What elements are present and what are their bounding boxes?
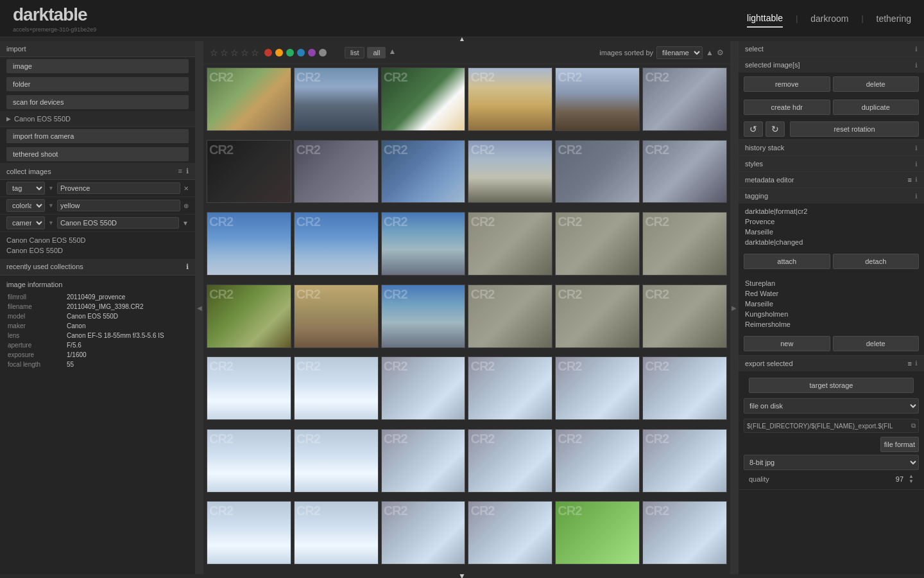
tag-item-2[interactable]: Marseille [745,227,918,237]
image-grid-cell-25[interactable]: CR2 [294,356,379,420]
image-grid-cell-33[interactable]: CR2 [468,429,552,493]
view-all-button[interactable]: all [367,47,386,58]
export-path-copy-icon[interactable]: ⧉ [911,422,916,430]
image-grid-cell-8[interactable]: CR2 [381,140,466,204]
image-grid-cell-9[interactable]: CR2 [468,140,552,204]
image-grid-cell-6[interactable]: CR2 [207,140,291,204]
color-dot-red[interactable] [264,49,272,57]
left-panel-handle[interactable]: ◀ [196,41,203,574]
sort-select[interactable]: filename [656,46,703,59]
reset-rotation-button[interactable]: reset rotation [790,121,919,137]
collect-tag-input[interactable] [57,182,180,194]
nav-tethering[interactable]: tethering [877,10,911,27]
recently-used-header[interactable]: recently used collections ℹ [0,259,195,276]
image-grid-cell-17[interactable]: CR2 [642,212,727,276]
duplicate-button[interactable]: duplicate [833,100,920,115]
image-grid-cell-27[interactable]: CR2 [468,356,552,420]
scan-devices-button[interactable]: scan for devices [6,95,189,109]
image-grid-cell-41[interactable]: CR2 [642,501,727,565]
image-grid-cell-32[interactable]: CR2 [381,429,466,493]
image-grid-cell-3[interactable]: CR2 [468,67,552,131]
create-hdr-button[interactable]: create hdr [744,100,830,115]
right-panel-handle[interactable]: ▶ [730,41,738,574]
remove-button[interactable]: remove [744,76,830,92]
image-grid-cell-29[interactable]: CR2 [642,356,727,420]
image-grid-cell-12[interactable]: CR2 [207,212,291,276]
image-grid-cell-36[interactable]: CR2 [207,501,291,565]
suggestion-0[interactable]: Stureplan [745,278,918,288]
collect-images-header[interactable]: collect images ≡ ℹ [0,163,195,180]
star-3[interactable]: ☆ [230,48,239,58]
camera-list-item-2[interactable]: Canon EOS 550D [6,245,189,256]
image-grid-cell-18[interactable]: CR2 [207,285,291,348]
image-grid-cell-34[interactable]: CR2 [555,429,640,493]
suggestion-2[interactable]: Marseille [745,299,918,309]
quality-down[interactable]: ▼ [909,479,914,484]
color-dot-blue[interactable] [297,49,305,57]
image-grid-cell-40[interactable]: CR2 [555,501,640,565]
styles-header[interactable]: styles ℹ [739,156,924,171]
image-grid-cell-13[interactable]: CR2 [294,212,379,276]
collect-colorlabel-clear[interactable]: ⊕ [184,202,189,209]
suggestion-3[interactable]: Kungsholmen [745,309,918,319]
suggestion-4[interactable]: Reimersholme [745,319,918,329]
star-5[interactable]: ☆ [251,48,259,58]
collect-camera-input[interactable] [57,217,179,229]
image-grid-cell-0[interactable]: CR2 [207,67,291,131]
image-grid-cell-19[interactable]: CR2 [294,285,379,348]
tagging-header[interactable]: tagging ℹ [739,188,924,204]
format-type-select[interactable]: 8-bit jpg [744,455,919,470]
image-grid-cell-31[interactable]: CR2 [294,429,379,493]
file-format-button[interactable]: file format [880,437,919,452]
selected-images-header[interactable]: selected image[s] ℹ [739,57,924,73]
collect-colorlabel-input[interactable] [57,200,180,211]
delete-button[interactable]: delete [833,76,920,92]
tag-item-3[interactable]: darktable|changed [745,237,918,247]
tag-item-0[interactable]: darktable|format|cr2 [745,206,918,216]
star-2[interactable]: ☆ [220,48,228,58]
history-stack-header[interactable]: history stack ℹ [739,140,924,155]
image-grid-cell-26[interactable]: CR2 [381,356,466,420]
collect-tag-clear[interactable]: ✕ [184,185,189,192]
import-folder-button[interactable]: folder [6,77,189,91]
collect-tag-select[interactable]: tag [6,182,45,195]
view-chevron[interactable]: ▲ [388,47,396,58]
image-grid-cell-35[interactable]: CR2 [642,429,727,493]
star-1[interactable]: ☆ [210,48,218,58]
color-dot-yellow[interactable] [275,49,283,57]
image-grid-cell-10[interactable]: CR2 [555,140,640,204]
color-dot-purple[interactable] [308,49,316,57]
attach-button[interactable]: attach [744,254,830,269]
image-grid-cell-28[interactable]: CR2 [555,356,640,420]
nav-lighttable[interactable]: lighttable [747,10,783,28]
select-section-header[interactable]: select ℹ [739,41,924,57]
bottom-bar[interactable]: ▼ [0,574,924,578]
gear-icon[interactable]: ⚙ [717,48,724,57]
image-grid-cell-30[interactable]: CR2 [207,429,291,493]
sort-direction[interactable]: ▲ [706,48,714,57]
image-grid-cell-11[interactable]: CR2 [642,140,727,204]
new-tag-button[interactable]: new [744,336,830,351]
image-grid-cell-39[interactable]: CR2 [468,501,552,565]
image-grid-cell-24[interactable]: CR2 [207,356,291,420]
import-from-camera-button[interactable]: import from camera [6,129,189,143]
image-grid-cell-1[interactable]: CR2 [294,67,379,131]
device-header[interactable]: Canon EOS 550D [0,111,195,127]
camera-list-item-1[interactable]: Canon Canon EOS 550D [6,235,189,245]
image-grid-cell-5[interactable]: CR2 [642,67,727,131]
image-grid-cell-2[interactable]: CR2 [381,67,466,131]
color-dot-gray[interactable] [319,49,327,57]
image-grid-cell-37[interactable]: CR2 [294,501,379,565]
tethered-shoot-button[interactable]: tethered shoot [6,147,189,161]
rotate-cw-button[interactable]: ↻ [766,121,785,137]
export-header[interactable]: export selected ≡ ℹ [739,356,924,371]
delete-tag-button[interactable]: delete [833,336,920,351]
star-4[interactable]: ☆ [241,48,249,58]
image-grid-cell-22[interactable]: CR2 [555,285,640,348]
collect-colorlabel-select[interactable]: colorlabel [6,199,45,212]
image-grid-cell-16[interactable]: CR2 [555,212,640,276]
target-storage-button[interactable]: target storage [749,378,914,393]
detach-button[interactable]: detach [833,254,920,269]
suggestion-1[interactable]: Red Water [745,288,918,299]
storage-type-select[interactable]: file on disk [744,398,919,414]
